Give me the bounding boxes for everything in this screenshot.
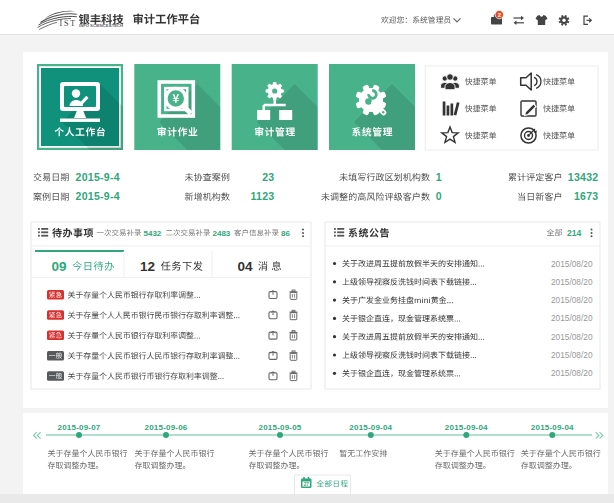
svg-text:2015/08/20: 2015/08/20 bbox=[551, 332, 593, 342]
svg-text:2015/08/20: 2015/08/20 bbox=[551, 368, 593, 378]
svg-text:27: 27 bbox=[304, 482, 310, 487]
svg-text:INFO SCIENCE&TECH: INFO SCIENCE&TECH bbox=[79, 24, 124, 28]
svg-text:IST: IST bbox=[60, 19, 77, 28]
svg-text:2015-09-07: 2015-09-07 bbox=[58, 423, 101, 432]
svg-text:86: 86 bbox=[281, 229, 290, 238]
svg-text:2015-9-4: 2015-9-4 bbox=[76, 171, 120, 183]
svg-text:2015/08/20: 2015/08/20 bbox=[551, 295, 593, 305]
svg-text:2015-09-04: 2015-09-04 bbox=[349, 423, 392, 432]
svg-text:2015/08/20: 2015/08/20 bbox=[551, 277, 593, 287]
svg-text:1123: 1123 bbox=[251, 190, 275, 202]
svg-text:2015/08/20: 2015/08/20 bbox=[551, 313, 593, 323]
svg-text:13432: 13432 bbox=[568, 171, 599, 183]
svg-text:5432: 5432 bbox=[144, 229, 162, 238]
svg-text:0: 0 bbox=[436, 190, 442, 202]
svg-text:23: 23 bbox=[262, 171, 274, 183]
svg-text:2015-09-06: 2015-09-06 bbox=[145, 423, 188, 432]
svg-text:2015/08/20: 2015/08/20 bbox=[551, 259, 593, 269]
svg-text:2015/08/20: 2015/08/20 bbox=[551, 350, 593, 360]
svg-text:2015-09-04: 2015-09-04 bbox=[445, 423, 488, 432]
svg-text:2015-09-05: 2015-09-05 bbox=[259, 423, 302, 432]
svg-text:214: 214 bbox=[567, 228, 581, 238]
svg-text:1673: 1673 bbox=[574, 190, 599, 202]
svg-text:2015-9-4: 2015-9-4 bbox=[76, 190, 120, 202]
svg-text:09: 09 bbox=[52, 259, 67, 274]
svg-text:1: 1 bbox=[436, 171, 442, 183]
svg-text:2483: 2483 bbox=[213, 229, 231, 238]
svg-text:04: 04 bbox=[237, 259, 253, 274]
svg-text:12: 12 bbox=[140, 259, 155, 274]
svg-text:2015-09-04: 2015-09-04 bbox=[531, 423, 574, 432]
